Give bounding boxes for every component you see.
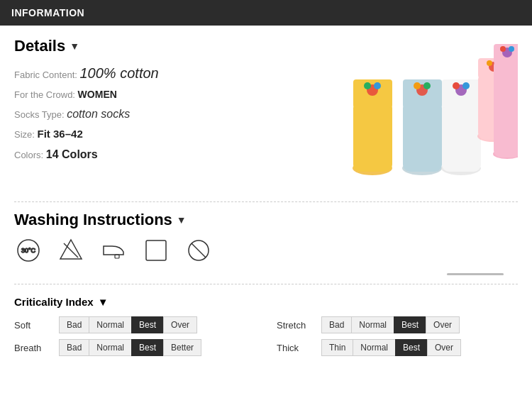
iron-icon (99, 236, 128, 265)
criticality-section: Criticality Index ▼ SoftBadNormalBestOve… (14, 296, 518, 356)
criticality-row-label: Breath (14, 343, 53, 353)
rating-button-over[interactable]: Over (426, 316, 460, 333)
rating-group: ThinNormalBestOver (321, 339, 461, 356)
criticality-columns: SoftBadNormalBestOverBreathBadNormalBest… (14, 316, 518, 356)
washing-icons: 30°C (14, 236, 518, 265)
fabric-label: Fabric Content: (14, 70, 77, 80)
svg-line-37 (192, 243, 206, 258)
rating-button-better[interactable]: Better (163, 339, 201, 356)
rating-button-best[interactable]: Best (394, 316, 426, 333)
scroll-indicator (447, 273, 504, 275)
main-content: Details ▼ Fabric Content: 100% cotton Fo… (0, 26, 532, 367)
crowd-row: For the Crowd: WOMEN (14, 87, 319, 102)
wash-30c-icon: 30°C (14, 236, 43, 265)
no-bleach-icon (57, 236, 85, 265)
criticality-dropdown-icon[interactable]: ▼ (98, 296, 109, 308)
rating-group: BadNormalBestOver (321, 316, 460, 333)
rating-button-best[interactable]: Best (131, 316, 163, 333)
fabric-row: Fabric Content: 100% cotton (14, 62, 319, 84)
details-panel: Details ▼ Fabric Content: 100% cotton Fo… (14, 37, 319, 193)
rating-button-best[interactable]: Best (131, 339, 163, 356)
type-row: Socks Type: cotton socks (14, 106, 319, 123)
svg-point-22 (487, 60, 492, 66)
size-label: Size: (14, 129, 35, 140)
rating-button-normal[interactable]: Normal (351, 316, 394, 333)
svg-point-28 (500, 46, 506, 52)
svg-point-4 (364, 82, 371, 89)
svg-point-29 (509, 46, 514, 52)
rating-button-over[interactable]: Over (163, 316, 197, 333)
criticality-row: ThickThinNormalBestOver (277, 339, 518, 356)
rating-button-best[interactable]: Best (395, 339, 427, 356)
svg-point-16 (453, 82, 460, 89)
svg-marker-32 (60, 240, 82, 259)
details-dropdown-icon[interactable]: ▼ (70, 40, 79, 52)
washing-title: Washing Instructions ▼ (14, 211, 518, 229)
size-value: Fit 36–42 (38, 128, 83, 140)
svg-rect-13 (442, 101, 481, 172)
crowd-label: For the Crowd: (14, 89, 75, 100)
rating-button-normal[interactable]: Normal (89, 339, 131, 356)
criticality-row-label: Thick (277, 343, 316, 353)
rating-button-normal[interactable]: Normal (89, 316, 131, 333)
type-value: cotton socks (67, 108, 130, 120)
criticality-title: Criticality Index ▼ (14, 296, 518, 308)
criticality-row-label: Soft (14, 320, 53, 331)
rating-group: BadNormalBestBetter (59, 339, 201, 356)
criticality-row: SoftBadNormalBestOver (14, 316, 255, 333)
colors-value: 14 Colors (46, 148, 98, 160)
svg-rect-35 (146, 240, 166, 260)
divider-2 (14, 284, 518, 284)
svg-line-33 (64, 243, 78, 258)
svg-rect-1 (353, 101, 392, 172)
criticality-row: BreathBadNormalBestBetter (14, 339, 255, 356)
crowd-value: WOMEN (78, 89, 117, 100)
svg-rect-25 (494, 58, 518, 157)
rating-button-thin[interactable]: Thin (321, 339, 353, 356)
svg-rect-7 (403, 101, 442, 172)
rating-button-bad[interactable]: Bad (59, 316, 89, 333)
svg-point-17 (462, 82, 470, 89)
no-dry-clean-icon (184, 236, 213, 265)
rating-button-normal[interactable]: Normal (353, 339, 395, 356)
page-header: INFORMATION (0, 0, 532, 26)
colors-row: Colors: 14 Colors (14, 146, 319, 163)
divider-1 (14, 201, 518, 202)
criticality-left-col: SoftBadNormalBestOverBreathBadNormalBest… (14, 316, 255, 356)
colors-label: Colors: (14, 150, 43, 160)
washing-section: Washing Instructions ▼ 30°C (14, 211, 518, 267)
svg-point-10 (414, 82, 421, 89)
type-label: Socks Type: (14, 109, 65, 120)
top-section: Details ▼ Fabric Content: 100% cotton Fo… (14, 37, 518, 193)
washing-dropdown-icon[interactable]: ▼ (177, 214, 187, 226)
size-row: Size: Fit 36–42 (14, 126, 319, 143)
rating-group: BadNormalBestOver (59, 316, 197, 333)
svg-text:30°C: 30°C (21, 247, 36, 254)
rating-button-bad[interactable]: Bad (59, 339, 89, 356)
criticality-right-col: StretchBadNormalBestOverThickThinNormalB… (277, 316, 518, 356)
criticality-row-label: Stretch (277, 320, 316, 331)
rating-button-bad[interactable]: Bad (321, 316, 351, 333)
svg-point-5 (374, 82, 381, 89)
product-image (319, 37, 518, 193)
criticality-row: StretchBadNormalBestOver (277, 316, 518, 333)
fabric-value: 100% cotton (80, 65, 159, 81)
details-title: Details ▼ (14, 37, 319, 55)
header-title: INFORMATION (11, 7, 84, 18)
tumble-dry-icon (142, 236, 170, 265)
svg-point-11 (423, 82, 431, 89)
rating-button-over[interactable]: Over (427, 339, 461, 356)
